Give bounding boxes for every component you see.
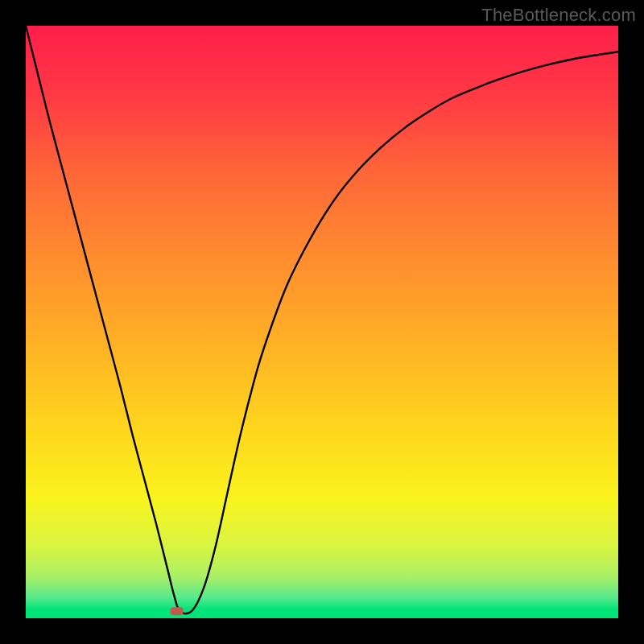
watermark-text: TheBottleneck.com xyxy=(481,5,636,26)
current-point-marker xyxy=(171,607,184,615)
gradient-background xyxy=(26,26,618,618)
chart-frame: TheBottleneck.com xyxy=(0,0,644,644)
plot-area xyxy=(26,26,618,618)
plot-svg xyxy=(26,26,618,618)
